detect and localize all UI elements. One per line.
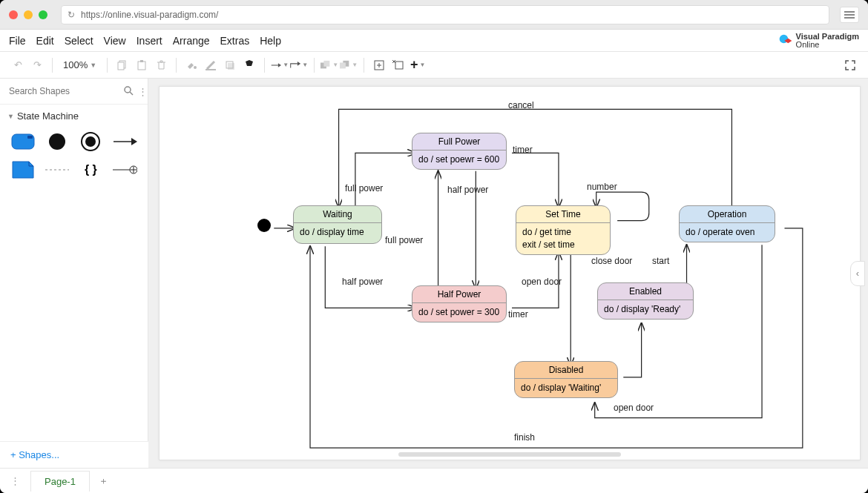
page-tab[interactable]: Page-1 bbox=[30, 471, 90, 492]
shape-final[interactable] bbox=[77, 130, 105, 153]
state-title: Full Power bbox=[412, 133, 506, 150]
browser-menu-button[interactable] bbox=[840, 7, 859, 23]
toolbar: ↶ ↷ 100% ▼ ▼ ▼ ▼ ▼ +▼ bbox=[0, 52, 868, 79]
svg-point-18 bbox=[49, 133, 65, 150]
state-waiting[interactable]: Waitingdo / display time bbox=[293, 205, 382, 244]
menu-arrange[interactable]: Arrange bbox=[173, 35, 210, 47]
to-front-button[interactable]: ▼ bbox=[320, 56, 338, 74]
shape-terminate[interactable] bbox=[111, 159, 139, 181]
edge-label-fullpower2: full power bbox=[385, 235, 423, 245]
shapes-button[interactable]: + Shapes... bbox=[0, 441, 148, 468]
copy-button[interactable] bbox=[114, 56, 131, 74]
state-title: Half Power bbox=[412, 286, 506, 303]
state-body: do / set power = 300 bbox=[412, 303, 506, 322]
shadow-button[interactable] bbox=[221, 56, 239, 74]
minimize-icon[interactable] bbox=[24, 10, 33, 19]
redo-button[interactable]: ↷ bbox=[28, 56, 46, 74]
fullscreen-button[interactable] bbox=[841, 56, 859, 74]
logo-text-1: Visual Paradigm bbox=[796, 33, 859, 41]
edge-closedoor[interactable] bbox=[623, 323, 641, 377]
state-title: Enabled bbox=[598, 283, 693, 300]
maximize-icon[interactable] bbox=[39, 10, 47, 19]
edge-label-timer1: timer bbox=[513, 145, 533, 155]
svg-rect-4 bbox=[140, 60, 143, 62]
diagram-canvas[interactable]: Waitingdo / display timeFull Powerdo / s… bbox=[159, 86, 861, 460]
edge-timer1[interactable] bbox=[512, 153, 559, 207]
edge-cancel[interactable] bbox=[339, 109, 732, 207]
waypoint-style-button[interactable]: ▼ bbox=[290, 56, 308, 74]
edge-label-opendoor1: open door bbox=[522, 277, 562, 287]
menu-edit[interactable]: Edit bbox=[36, 35, 54, 47]
edge-fullpower1[interactable] bbox=[355, 153, 415, 207]
to-back-button[interactable]: ▼ bbox=[340, 56, 358, 74]
shape-group-label: State Machine bbox=[17, 110, 79, 122]
edge-label-cancel: cancel bbox=[508, 100, 534, 110]
autosize-button[interactable] bbox=[389, 56, 407, 74]
state-body: do / display 'Ready' bbox=[598, 300, 693, 319]
canvas-area[interactable]: Waitingdo / display timeFull Powerdo / s… bbox=[148, 79, 868, 468]
menu-view[interactable]: View bbox=[104, 35, 126, 47]
pages-bar: ⋮ Page-1 ＋ bbox=[0, 468, 868, 493]
svg-rect-6 bbox=[206, 69, 216, 70]
edge-label-timer2: timer bbox=[508, 309, 528, 320]
state-halfpower[interactable]: Half Powerdo / set power = 300 bbox=[412, 285, 507, 322]
shape-initial[interactable] bbox=[43, 130, 71, 153]
state-fullpower[interactable]: Full Powerdo / set poewr = 600 bbox=[412, 133, 507, 170]
state-disabled[interactable]: Disableddo / display 'Waiting' bbox=[514, 361, 618, 398]
menu-help[interactable]: Help bbox=[260, 35, 281, 47]
line-color-button[interactable] bbox=[202, 56, 220, 74]
edge-label-halfpower1: half power bbox=[447, 185, 488, 195]
close-icon[interactable] bbox=[9, 10, 18, 19]
chevron-down-icon: ▼ bbox=[90, 62, 96, 69]
zoom-dropdown[interactable]: 100% ▼ bbox=[63, 59, 96, 70]
search-icon[interactable] bbox=[123, 85, 134, 98]
state-settime[interactable]: Set Timedo / get time exit / set time bbox=[516, 205, 611, 255]
sidebar-more-icon[interactable]: ⋮ bbox=[138, 86, 148, 97]
url-bar[interactable]: ↻ https://online.visual-paradigm.com/ bbox=[61, 5, 829, 24]
svg-point-15 bbox=[125, 87, 131, 93]
shape-group-header[interactable]: ▼ State Machine bbox=[0, 105, 148, 125]
shape-state[interactable] bbox=[9, 130, 37, 153]
fit-page-button[interactable] bbox=[370, 56, 388, 74]
delete-button[interactable] bbox=[152, 56, 170, 74]
state-title: Operation bbox=[680, 206, 775, 223]
svg-rect-12 bbox=[340, 62, 346, 68]
titlebar: ↻ https://online.visual-paradigm.com/ bbox=[0, 0, 868, 30]
canvas-scrollbar[interactable] bbox=[398, 452, 621, 457]
search-input[interactable] bbox=[6, 83, 123, 99]
edge-label-fullpower1: full power bbox=[345, 183, 383, 193]
initial-state[interactable] bbox=[257, 219, 271, 232]
menu-select[interactable]: Select bbox=[65, 35, 93, 47]
svg-rect-14 bbox=[395, 62, 403, 69]
undo-button[interactable]: ↶ bbox=[9, 56, 27, 74]
state-operation[interactable]: Operationdo / operate oven bbox=[679, 205, 775, 242]
state-body: do / set poewr = 600 bbox=[412, 150, 506, 169]
menu-insert[interactable]: Insert bbox=[137, 35, 162, 47]
vp-logo-icon bbox=[778, 33, 793, 48]
paste-button[interactable] bbox=[133, 56, 151, 74]
shape-note[interactable] bbox=[9, 159, 37, 181]
edge-finish[interactable] bbox=[310, 228, 803, 448]
shape-anchor[interactable] bbox=[43, 159, 71, 181]
edge-opendoor2[interactable] bbox=[595, 245, 762, 417]
main-area: ⋮ ▼ State Machine { } bbox=[0, 79, 868, 468]
add-page-button[interactable]: ＋ bbox=[96, 473, 112, 489]
shape-constraint[interactable]: { } bbox=[77, 159, 105, 181]
state-body: do / get time exit / set time bbox=[516, 223, 610, 254]
state-enabled[interactable]: Enableddo / display 'Ready' bbox=[597, 282, 694, 320]
format-painter-button[interactable] bbox=[240, 56, 258, 74]
edge-label-halfpower2: half power bbox=[342, 277, 383, 287]
insert-button[interactable]: +▼ bbox=[409, 56, 427, 74]
menu-file[interactable]: File bbox=[9, 35, 26, 47]
edge-label-start: start bbox=[652, 256, 669, 266]
logo-text-2: Online bbox=[796, 41, 859, 49]
menu-extras[interactable]: Extras bbox=[220, 35, 250, 47]
svg-rect-2 bbox=[118, 62, 124, 70]
format-panel-toggle[interactable]: ‹ bbox=[850, 261, 865, 286]
connection-style-button[interactable]: ▼ bbox=[271, 56, 289, 74]
reload-icon[interactable]: ↻ bbox=[68, 10, 75, 20]
shape-transition[interactable] bbox=[111, 130, 139, 153]
pages-more-icon[interactable]: ⋮ bbox=[10, 475, 20, 486]
fill-color-button[interactable] bbox=[183, 56, 200, 74]
state-body: do / display time bbox=[294, 223, 381, 242]
